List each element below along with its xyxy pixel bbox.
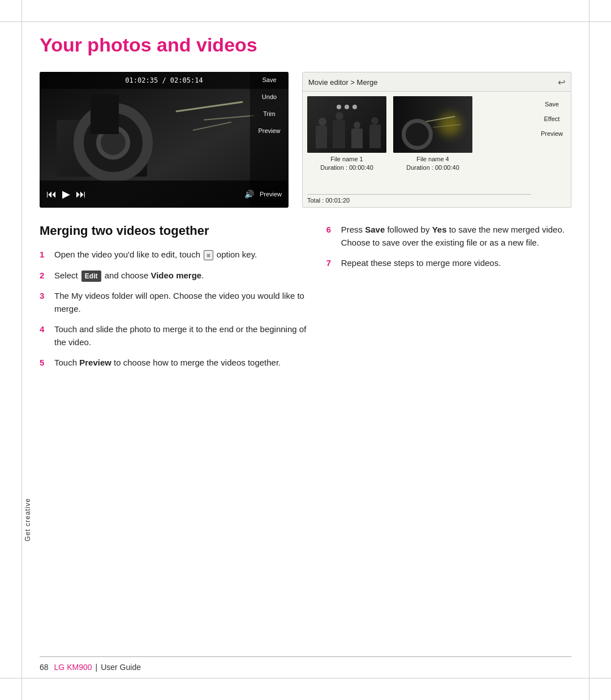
undo-btn[interactable]: Undo xyxy=(262,93,277,100)
head-2 xyxy=(335,112,343,120)
step-7-text: Repeat these steps to merge more videos. xyxy=(341,257,501,270)
preview-controls-btn[interactable]: Preview xyxy=(260,191,282,197)
right-screenshot: Movie editor > Merge ↩ xyxy=(302,72,571,208)
video-thumbnails: File name 1 Duration : 00:00:40 xyxy=(307,96,533,173)
thumb-img-1 xyxy=(307,96,386,153)
head-3 xyxy=(354,122,360,128)
left-screenshot: 01:02:35 / 02:05:14 Save Undo Trim Previ… xyxy=(40,72,289,208)
step-6: 6 Press Save followed by Yes to save the… xyxy=(326,224,571,249)
person-4 xyxy=(369,124,381,148)
page-border-right xyxy=(589,0,590,700)
step-4-text: Touch and slide the photo to merge it to… xyxy=(54,323,309,349)
step-1-num: 1 xyxy=(40,248,50,261)
step-1-text: Open the video you'd like to edit, touch… xyxy=(54,248,257,261)
person-3 xyxy=(351,128,363,148)
page-footer: 68 LG KM900 | User Guide xyxy=(40,656,571,672)
rider-silhouette xyxy=(91,95,119,134)
footer-guide: User Guide xyxy=(101,663,141,672)
video-controls-bar: ⏮ ▶ ⏭ 🔊 Preview xyxy=(40,181,289,208)
head-1 xyxy=(319,118,326,126)
dot-1 xyxy=(337,105,341,109)
main-columns: Merging two videos together 1 Open the v… xyxy=(40,224,571,377)
movie-editor-header: Movie editor > Merge ↩ xyxy=(303,72,571,92)
step-6-num: 6 xyxy=(326,224,337,237)
section-heading: Merging two videos together xyxy=(40,224,309,238)
screenshots-row: 01:02:35 / 02:05:14 Save Undo Trim Previ… xyxy=(40,72,571,208)
person-2 xyxy=(333,120,345,148)
person-1 xyxy=(316,126,327,148)
page-border-bottom xyxy=(0,678,611,678)
forward-btn[interactable]: ⏭ xyxy=(76,188,86,200)
step-3-text: The My videos folder will open. Choose t… xyxy=(54,290,309,315)
page-border-left xyxy=(21,0,22,700)
step-7-num: 7 xyxy=(326,257,337,270)
step-5-text: Touch Preview to choose how to merge the… xyxy=(54,357,281,370)
video-thumb-1: File name 1 Duration : 00:00:40 xyxy=(307,96,386,173)
thumb-img-2 xyxy=(393,96,472,153)
steps-right-list: 6 Press Save followed by Yes to save the… xyxy=(326,224,571,270)
step-5-num: 5 xyxy=(40,357,50,370)
head-4 xyxy=(371,117,378,124)
step-2-num: 2 xyxy=(40,269,50,282)
step-4: 4 Touch and slide the photo to merge it … xyxy=(40,323,309,349)
dot-3 xyxy=(352,105,357,109)
total-duration-bar: Total : 00:01:20 xyxy=(307,194,531,207)
dot-2 xyxy=(345,105,349,109)
sidebar-label: Get creative xyxy=(24,498,32,542)
me-preview-btn[interactable]: Preview xyxy=(541,130,563,137)
footer-brand: LG KM900 xyxy=(54,663,92,672)
step-2: 2 Select Edit and choose Video merge. xyxy=(40,269,309,282)
movie-editor-sidebar: Save Effect Preview xyxy=(537,96,566,173)
back-arrow-icon[interactable]: ↩ xyxy=(558,77,565,88)
step-7: 7 Repeat these steps to merge more video… xyxy=(326,257,571,270)
thumb-label-1: File name 1 Duration : 00:00:40 xyxy=(320,155,373,173)
thumb-dots xyxy=(337,105,357,109)
movie-editor-body: File name 1 Duration : 00:00:40 xyxy=(303,92,571,177)
option-key-icon: ≡ xyxy=(204,250,213,261)
step-5: 5 Touch Preview to choose how to merge t… xyxy=(40,357,309,370)
play-btn[interactable]: ▶ xyxy=(62,188,70,200)
page-border-top xyxy=(0,22,611,22)
thumb-label-2: File name 4 Duration : 00:00:40 xyxy=(406,155,459,173)
step-2-text: Select Edit and choose Video merge. xyxy=(54,269,204,282)
page-number: 68 xyxy=(40,663,49,672)
step-3-num: 3 xyxy=(40,290,50,303)
me-effect-btn[interactable]: Effect xyxy=(544,115,560,122)
page-content: Your photos and videos xyxy=(40,34,571,666)
rewind-btn[interactable]: ⏮ xyxy=(46,188,57,200)
volume-btn[interactable]: 🔊 xyxy=(244,190,254,199)
trim-btn[interactable]: Trim xyxy=(263,110,276,117)
save-btn-left[interactable]: Save xyxy=(262,76,276,83)
footer-separator: | xyxy=(96,663,98,672)
page-title: Your photos and videos xyxy=(40,34,571,56)
preview-btn-left[interactable]: Preview xyxy=(258,127,280,134)
step-1: 1 Open the video you'd like to edit, tou… xyxy=(40,248,309,261)
me-save-btn[interactable]: Save xyxy=(545,101,559,108)
step-6-text: Press Save followed by Yes to save the n… xyxy=(341,224,571,249)
left-column: Merging two videos together 1 Open the v… xyxy=(40,224,309,377)
thumb-tire xyxy=(402,119,433,150)
step-3: 3 The My videos folder will open. Choose… xyxy=(40,290,309,315)
video-timestamp: 01:02:35 / 02:05:14 xyxy=(125,76,203,84)
movie-editor-title: Movie editor > Merge xyxy=(308,78,377,87)
right-column: 6 Press Save followed by Yes to save the… xyxy=(326,224,571,377)
edit-badge: Edit xyxy=(81,270,101,282)
video-thumb-2: File name 4 Duration : 00:00:40 xyxy=(393,96,472,173)
step-4-num: 4 xyxy=(40,323,50,336)
steps-left-list: 1 Open the video you'd like to edit, tou… xyxy=(40,248,309,370)
